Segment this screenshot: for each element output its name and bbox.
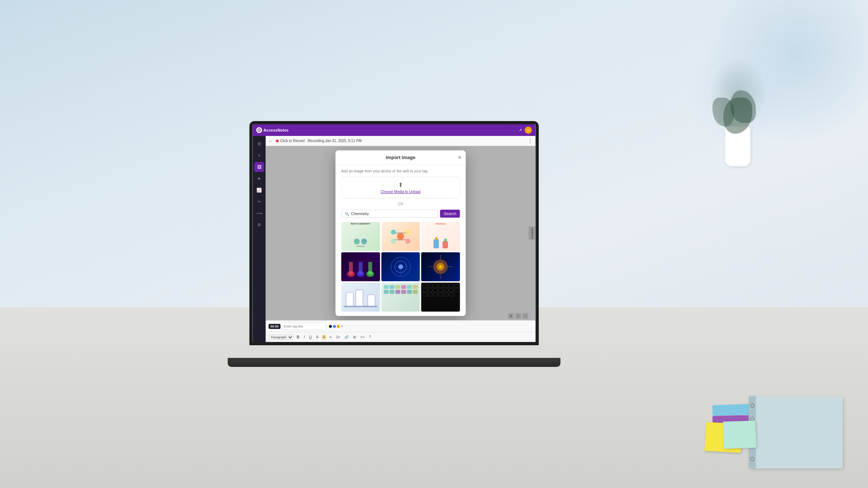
image-thumb[interactable] xyxy=(341,283,380,312)
svg-point-16 xyxy=(435,237,438,240)
svg-point-2 xyxy=(354,239,360,244)
svg-rect-15 xyxy=(442,241,448,248)
svg-line-12 xyxy=(395,240,401,240)
open-icon[interactable]: ↗ xyxy=(519,128,522,133)
sidebar-item-chart[interactable]: 📈 xyxy=(254,185,264,195)
svg-point-1 xyxy=(259,130,260,131)
record-label: Click to Record xyxy=(280,139,305,143)
modal-subtitle: Add an image from your device or the web… xyxy=(341,169,460,173)
upload-link[interactable]: Choose Media to Upload xyxy=(381,190,421,194)
svg-rect-50 xyxy=(407,290,412,294)
svg-rect-49 xyxy=(401,290,406,294)
underline-button[interactable]: U xyxy=(308,334,313,340)
back-button[interactable]: ← xyxy=(269,138,273,144)
image-thumb[interactable] xyxy=(421,252,460,281)
svg-rect-23 xyxy=(368,262,372,275)
sidebar-item-edit[interactable]: ✏ xyxy=(254,197,264,207)
image-thumb[interactable] xyxy=(381,252,420,281)
top-bar: AccessNotes ↗ U xyxy=(253,124,536,136)
record-indicator xyxy=(276,140,279,142)
svg-rect-70 xyxy=(444,293,448,296)
image-thumb[interactable] xyxy=(381,283,420,312)
color-dot-yellow[interactable] xyxy=(337,325,340,328)
sidebar-item-notes[interactable]: ≡ xyxy=(254,150,264,160)
add-color-button[interactable]: + xyxy=(341,324,343,328)
more-button[interactable]: ⋮ xyxy=(528,138,533,144)
sidebar-item-analytics[interactable]: ⟿ xyxy=(254,208,264,218)
svg-rect-62 xyxy=(439,288,443,292)
code-button[interactable]: <> xyxy=(359,334,366,340)
svg-point-5 xyxy=(397,233,404,240)
svg-rect-39 xyxy=(344,306,377,307)
svg-rect-68 xyxy=(433,293,438,296)
svg-rect-45 xyxy=(413,285,417,289)
svg-rect-65 xyxy=(455,288,459,292)
svg-rect-43 xyxy=(401,285,406,289)
color-dot-blue[interactable] xyxy=(333,325,336,328)
modal-header: Import Image × xyxy=(336,150,466,165)
image-thumb[interactable] xyxy=(421,283,460,312)
svg-rect-48 xyxy=(395,290,400,294)
help-button[interactable]: ? xyxy=(368,334,372,340)
upload-icon: ⬆ xyxy=(346,181,455,188)
sidebar-item-home[interactable]: ⊞ xyxy=(254,139,264,149)
svg-text:chemistry: chemistry xyxy=(357,245,365,247)
svg-rect-40 xyxy=(384,285,388,289)
bottom-toolbar: 00:00 + xyxy=(266,320,536,332)
or-divider: OR xyxy=(341,202,460,206)
search-input[interactable] xyxy=(351,211,435,216)
app-name: AccessNotes xyxy=(264,128,289,132)
modal-close-button[interactable]: × xyxy=(458,155,461,160)
record-button[interactable]: Click to Record xyxy=(276,139,305,143)
format-toolbar: Paragraph B I U A A ≡ 1≡ 🔗 ⊞ <> xyxy=(266,332,536,342)
highlight-button[interactable]: A xyxy=(322,335,327,339)
timestamp: 00:00 xyxy=(269,324,281,329)
image-thumb[interactable]: WHAT IS CHEMISTRY? chemistry xyxy=(341,222,380,251)
svg-line-13 xyxy=(401,240,406,240)
link-button[interactable]: 🔗 xyxy=(343,334,350,340)
bold-button[interactable]: B xyxy=(296,334,301,340)
image-thumb[interactable] xyxy=(341,252,380,281)
svg-point-7 xyxy=(405,230,410,235)
svg-point-17 xyxy=(444,239,447,241)
search-icon: 🔍 xyxy=(345,212,349,216)
modal-overlay[interactable]: Import Image × Add an image from your de… xyxy=(266,146,536,320)
image-grid: WHAT IS CHEMISTRY? chemistry xyxy=(341,222,460,312)
app-logo: AccessNotes xyxy=(256,127,289,133)
svg-rect-71 xyxy=(449,293,454,296)
svg-rect-60 xyxy=(428,288,433,292)
svg-rect-37 xyxy=(356,290,363,307)
svg-rect-63 xyxy=(444,288,448,292)
sidebar-item-star[interactable]: ★ xyxy=(254,174,264,184)
image-thumb[interactable] xyxy=(381,222,420,251)
svg-point-9 xyxy=(405,239,410,244)
search-button[interactable]: Search xyxy=(440,210,460,218)
color-dot-dark[interactable] xyxy=(329,325,332,328)
svg-rect-14 xyxy=(433,239,439,248)
sidebar-item-image[interactable]: 🖼 xyxy=(254,162,264,172)
svg-rect-58 xyxy=(455,284,459,287)
svg-rect-59 xyxy=(423,288,427,292)
svg-rect-57 xyxy=(449,284,454,287)
avatar[interactable]: U xyxy=(525,127,532,134)
table-button[interactable]: ⊞ xyxy=(352,334,357,340)
paragraph-select[interactable]: Paragraph xyxy=(269,334,294,340)
svg-rect-53 xyxy=(428,284,433,287)
svg-rect-66 xyxy=(423,293,427,296)
svg-rect-69 xyxy=(439,293,443,296)
upload-area[interactable]: ⬆ Choose Media to Upload xyxy=(341,177,460,198)
svg-rect-36 xyxy=(346,292,353,307)
editor-area: Import Image × Add an image from your de… xyxy=(266,146,536,320)
numbered-list-button[interactable]: 1≡ xyxy=(335,334,341,340)
sidebar-item-settings[interactable]: ⚙ xyxy=(254,220,264,230)
import-image-modal: Import Image × Add an image from your de… xyxy=(336,150,466,316)
svg-point-3 xyxy=(361,239,367,244)
recording-bar: ← Click to Record Recording-Jan 31, 2025… xyxy=(266,136,536,146)
italic-button[interactable]: I xyxy=(303,334,306,340)
modal-title: Import Image xyxy=(386,155,416,160)
content-area: ← Click to Record Recording-Jan 31, 2025… xyxy=(266,136,536,342)
tag-input[interactable] xyxy=(282,323,326,330)
image-thumb[interactable]: Chemistry xyxy=(421,222,460,251)
list-button[interactable]: ≡ xyxy=(328,334,333,340)
text-color-button[interactable]: A xyxy=(315,334,320,340)
